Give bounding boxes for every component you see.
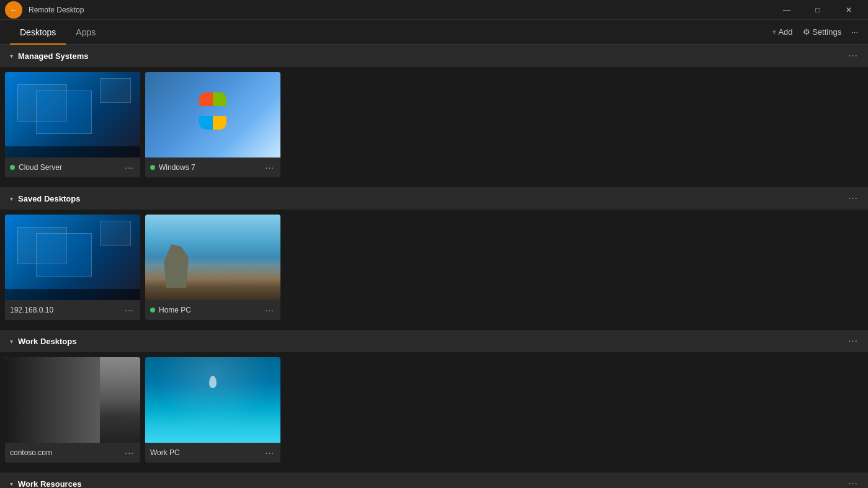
back-button[interactable]: ←	[5, 1, 22, 19]
section-header-saved-desktops[interactable]: ▾ Saved Desktops ···	[0, 187, 868, 210]
section-title-work-desktops: Work Desktops	[18, 337, 848, 346]
maximize-button[interactable]: □	[803, 0, 832, 20]
card-more-contoso[interactable]: ···	[123, 448, 135, 458]
app-title: Remote Desktop	[29, 6, 772, 14]
card-thumbnail-contoso	[5, 357, 140, 443]
card-contoso[interactable]: contoso.com ···	[5, 357, 140, 463]
card-cloud-server[interactable]: Cloud Server ···	[5, 72, 140, 177]
section-more-managed-systems[interactable]: ···	[848, 50, 858, 61]
card-more-windows-7[interactable]: ···	[264, 162, 275, 172]
minimize-button[interactable]: —	[772, 0, 801, 20]
chevron-icon: ▾	[10, 338, 13, 345]
section-more-work-resources[interactable]: ···	[848, 478, 858, 488]
section-title-saved-desktops: Saved Desktops	[18, 194, 848, 203]
card-footer-home-pc: Home PC ···	[145, 300, 280, 320]
card-name-contoso: contoso.com	[10, 448, 123, 457]
card-windows-7[interactable]: Windows 7 ···	[145, 72, 280, 177]
section-title-managed-systems: Managed Systems	[18, 51, 848, 61]
cards-grid-work-desktops: contoso.com ··· Work PC ···	[0, 352, 868, 472]
section-header-work-resources[interactable]: ▾ Work Resources ···	[0, 472, 868, 488]
card-name-windows-7: Windows 7	[159, 163, 264, 172]
chevron-icon: ▾	[10, 195, 13, 202]
card-thumbnail-cloud-server	[5, 72, 140, 157]
title-bar: ← Remote Desktop — □ ✕	[0, 0, 868, 20]
card-thumbnail-home-pc	[145, 215, 280, 300]
card-name-192-168-0-10: 192.168.0.10	[10, 306, 123, 314]
card-name-home-pc: Home PC	[159, 306, 264, 314]
section-more-work-desktops[interactable]: ···	[848, 335, 858, 347]
section-header-work-desktops[interactable]: ▾ Work Desktops ···	[0, 330, 868, 352]
section-more-saved-desktops[interactable]: ···	[848, 193, 858, 204]
window-controls: — □ ✕	[772, 0, 863, 20]
main-content: ▾ Managed Systems ··· Cloud Server ···	[0, 45, 868, 488]
card-thumbnail-192-168-0-10	[5, 215, 140, 300]
tab-bar: Desktops Apps + Add ⚙ Settings ···	[0, 20, 868, 45]
chevron-icon: ▾	[10, 53, 13, 60]
card-footer-windows-7: Windows 7 ···	[145, 157, 280, 177]
card-more-home-pc[interactable]: ···	[264, 305, 275, 315]
section-title-work-resources: Work Resources	[18, 479, 848, 489]
more-actions-button[interactable]: ···	[851, 27, 858, 37]
status-dot-home-pc	[150, 308, 155, 313]
back-icon: ←	[10, 5, 18, 14]
card-thumbnail-work-pc	[145, 357, 280, 443]
tab-apps[interactable]: Apps	[66, 20, 105, 45]
chevron-icon: ▾	[10, 481, 13, 487]
tab-desktops-label: Desktops	[20, 27, 56, 37]
card-footer-contoso: contoso.com ···	[5, 443, 140, 463]
card-thumbnail-windows-7	[145, 72, 280, 157]
card-name-cloud-server: Cloud Server	[19, 163, 123, 172]
close-button[interactable]: ✕	[834, 0, 863, 20]
status-dot-cloud-server	[10, 165, 15, 170]
card-work-pc[interactable]: Work PC ···	[145, 357, 280, 463]
card-more-cloud-server[interactable]: ···	[123, 162, 135, 172]
card-more-work-pc[interactable]: ···	[264, 448, 275, 458]
card-192-168-0-10[interactable]: 192.168.0.10 ···	[5, 215, 140, 320]
tab-actions: + Add ⚙ Settings ···	[772, 27, 858, 37]
section-header-managed-systems[interactable]: ▾ Managed Systems ···	[0, 45, 868, 67]
add-button[interactable]: + Add	[772, 27, 793, 37]
card-footer-192-168-0-10: 192.168.0.10 ···	[5, 300, 140, 320]
cards-grid-saved-desktops: 192.168.0.10 ··· Home PC ···	[0, 210, 868, 330]
card-footer-cloud-server: Cloud Server ···	[5, 157, 140, 177]
status-dot-windows-7	[150, 165, 155, 170]
card-more-192-168-0-10[interactable]: ···	[123, 305, 135, 315]
settings-button[interactable]: ⚙ Settings	[803, 27, 842, 37]
card-footer-work-pc: Work PC ···	[145, 443, 280, 463]
cards-grid-managed-systems: Cloud Server ··· Windows 7 ···	[0, 67, 868, 187]
card-name-work-pc: Work PC	[150, 448, 264, 457]
tab-desktops[interactable]: Desktops	[10, 20, 66, 45]
card-home-pc[interactable]: Home PC ···	[145, 215, 280, 320]
tab-apps-label: Apps	[76, 27, 96, 37]
